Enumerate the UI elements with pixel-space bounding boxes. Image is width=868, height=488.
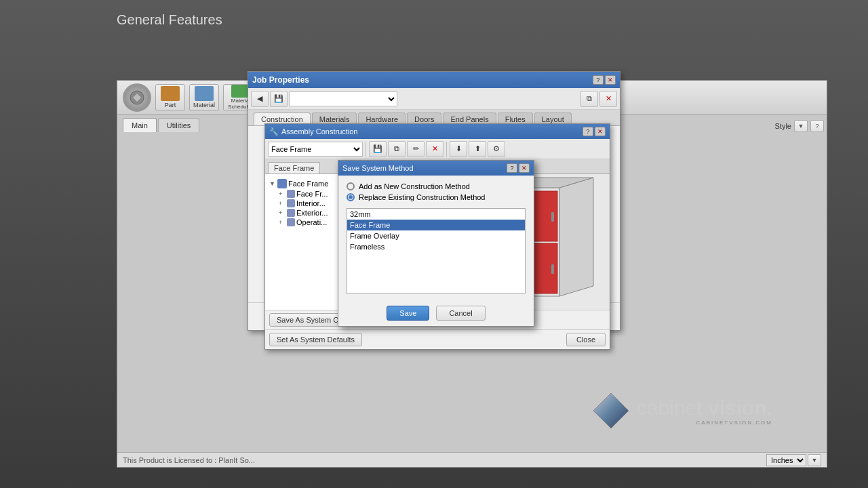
- tree-label-4: Operati...: [296, 218, 327, 226]
- radio-replace-circle: [347, 193, 355, 201]
- expand-4: +: [279, 219, 285, 226]
- listbox-item-frameless[interactable]: Frameless: [347, 241, 525, 252]
- job-properties-title: Job Properties: [252, 75, 309, 85]
- help-icon-btn[interactable]: ?: [593, 75, 604, 85]
- listbox-item-32mm[interactable]: 32mm: [347, 209, 525, 220]
- app-logo[interactable]: [123, 83, 151, 112]
- ssd-close-btn[interactable]: ✕: [519, 163, 530, 173]
- set-as-default-btn[interactable]: Set As System Defaults: [269, 333, 362, 346]
- listbox-empty-space: [347, 252, 525, 293]
- toolbar-separator-2: [446, 142, 447, 157]
- page-title: General Features: [117, 12, 222, 28]
- radio-add-new-label: Add as New Construction Method: [359, 182, 470, 190]
- svg-marker-3: [559, 178, 593, 296]
- ac-edit-btn[interactable]: ✏: [407, 141, 425, 157]
- radio-add-new-circle: [347, 182, 355, 190]
- close-x-btn[interactable]: ✕: [599, 91, 617, 107]
- tab-utilities[interactable]: Utilities: [158, 118, 199, 132]
- ssd-title: Save System Method: [342, 164, 414, 172]
- ac-titlebar: 🔧 Assembly Construction ? ✕: [265, 124, 610, 139]
- tree-label-face-frame: Face Frame: [288, 180, 328, 188]
- ac-tab-face-frame[interactable]: Face Frame: [268, 162, 320, 174]
- titlebar-controls: ? ✕: [593, 75, 616, 85]
- help-button[interactable]: ?: [810, 120, 824, 132]
- ac-title: Assembly Construction: [281, 127, 358, 136]
- ssd-footer: Save Cancel: [338, 300, 534, 326]
- cv-logo-diamond: [592, 392, 630, 430]
- ac-settings-btn[interactable]: ⚙: [488, 141, 505, 157]
- close-job-props-btn[interactable]: ✕: [605, 75, 616, 85]
- ac-export-btn[interactable]: ⬆: [469, 141, 486, 157]
- svg-rect-8: [551, 264, 554, 274]
- tree-label-3: Exterior...: [296, 209, 328, 217]
- ssd-titlebar: Save System Method ? ✕: [338, 161, 534, 176]
- tree-expand-icon: ▼: [269, 180, 276, 187]
- item-4-icon: [287, 218, 295, 226]
- save-system-dialog: Save System Method ? ✕ Add as New Constr…: [338, 160, 534, 327]
- method-listbox: 32mm Face Frame Frame Overlay Frameless: [347, 208, 526, 293]
- ac-close-btn[interactable]: ✕: [595, 127, 606, 136]
- cv-logo-text-area: cabinet vision. CABINETVSION.COM: [637, 396, 772, 426]
- expand-3: +: [279, 209, 285, 216]
- expand-1: +: [279, 190, 285, 197]
- radio-replace-label: Replace Existing Construction Method: [359, 193, 485, 201]
- listbox-item-face-frame[interactable]: Face Frame: [347, 220, 525, 230]
- tree-folder-icon: [277, 179, 287, 188]
- ac-win-controls: ? ✕: [583, 127, 606, 136]
- listbox-item-frame-overlay[interactable]: Frame Overlay: [347, 230, 525, 241]
- save-button[interactable]: Save: [387, 306, 429, 321]
- cv-logo-area: cabinet vision. CABINETVSION.COM: [592, 392, 772, 430]
- status-bar: This Product is Licensed to : PlanIt So.…: [117, 452, 827, 467]
- radio-add-new[interactable]: Add as New Construction Method: [347, 182, 526, 190]
- style-label: Style: [775, 122, 791, 130]
- job-props-toolbar: ◀ 💾 ⧉ ✕: [248, 88, 620, 110]
- tree-label-1: Face Fr...: [296, 190, 328, 198]
- units-arrow[interactable]: ▼: [808, 454, 821, 466]
- ac-save-btn[interactable]: 💾: [369, 141, 387, 157]
- tab-main[interactable]: Main: [123, 118, 157, 132]
- ac-copy-btn[interactable]: ⧉: [388, 141, 406, 157]
- item-3-icon: [287, 209, 295, 217]
- ssd-help-btn[interactable]: ?: [507, 163, 517, 173]
- ac-close-dialog-btn[interactable]: Close: [566, 333, 606, 346]
- part-button[interactable]: Part: [155, 84, 185, 111]
- item-2-icon: [287, 199, 295, 207]
- toolbar-separator-1: [366, 142, 366, 157]
- ssd-win-controls: ? ✕: [507, 163, 530, 173]
- units-select[interactable]: Inches mm: [766, 454, 806, 466]
- radio-group: Add as New Construction Method Replace E…: [347, 182, 526, 201]
- job-properties-titlebar: Job Properties ? ✕: [248, 72, 620, 88]
- job-select[interactable]: [289, 92, 397, 106]
- cancel-ssd-button[interactable]: Cancel: [436, 306, 485, 321]
- svg-marker-1: [593, 393, 629, 428]
- save-back-btn[interactable]: ◀: [251, 91, 269, 107]
- material-button[interactable]: Material: [189, 84, 219, 111]
- ac-method-select[interactable]: Face Frame 32mm Frame Overlay Frameless: [268, 142, 363, 157]
- ac-import-btn[interactable]: ⬇: [450, 141, 467, 157]
- copy-btn[interactable]: ⧉: [580, 91, 598, 107]
- ac-delete-btn[interactable]: ✕: [426, 141, 443, 157]
- tree-label-2: Interior...: [296, 199, 326, 207]
- save-icon-btn[interactable]: 💾: [270, 91, 288, 107]
- ssd-body: Add as New Construction Method Replace E…: [338, 176, 534, 300]
- svg-rect-7: [551, 212, 554, 222]
- ac-help-btn[interactable]: ?: [583, 127, 593, 136]
- cv-logo-url: CABINETVSION.COM: [637, 420, 772, 426]
- style-dropdown[interactable]: ▼: [794, 120, 808, 132]
- ac-toolbar: Face Frame 32mm Frame Overlay Frameless …: [265, 139, 610, 159]
- radio-replace[interactable]: Replace Existing Construction Method: [347, 193, 526, 201]
- expand-2: +: [279, 200, 285, 207]
- ac-footer: Set As System Defaults Close: [265, 329, 610, 349]
- status-text: This Product is Licensed to : PlanIt So.…: [123, 456, 255, 464]
- ac-title-area: 🔧 Assembly Construction: [269, 127, 358, 136]
- item-1-icon: [287, 190, 295, 198]
